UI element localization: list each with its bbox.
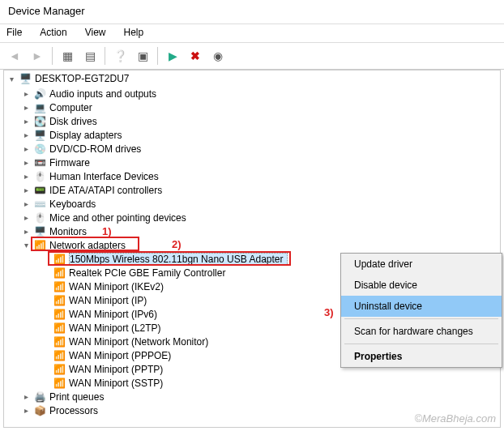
menubar: File Action View Help xyxy=(0,24,504,42)
expand-icon[interactable]: ▸ xyxy=(22,392,30,401)
expand-icon[interactable]: ▸ xyxy=(22,199,30,208)
cm-separator xyxy=(344,318,498,319)
watermark: ©MeraBheja.com xyxy=(414,412,496,425)
menu-help[interactable]: Help xyxy=(121,26,147,41)
device-label: WAN Miniport (IP) xyxy=(69,295,147,306)
category-audio[interactable]: ▸🔊Audio inputs and outputs xyxy=(20,87,500,100)
expand-icon[interactable]: ▸ xyxy=(22,130,30,139)
device-label: WAN Miniport (PPTP) xyxy=(69,364,163,375)
cm-properties[interactable]: Properties xyxy=(341,346,502,367)
firmware-icon: 📼 xyxy=(33,156,46,169)
expand-icon[interactable]: ▸ xyxy=(22,158,30,167)
display-icon: 🖥️ xyxy=(33,129,46,142)
print-icon: 🖨️ xyxy=(33,390,46,403)
forward-button: ► xyxy=(28,46,47,66)
expand-icon[interactable]: ▸ xyxy=(22,227,30,236)
title-text: Device Manager xyxy=(8,5,85,17)
scan-button[interactable]: ▣ xyxy=(133,46,152,66)
audio-icon: 🔊 xyxy=(33,87,46,100)
expand-icon[interactable]: ▸ xyxy=(22,213,30,222)
cm-update-driver[interactable]: Update driver xyxy=(341,254,502,275)
cm-separator xyxy=(344,344,498,344)
category-label: Audio inputs and outputs xyxy=(49,88,156,100)
monitor-icon: 🖥️ xyxy=(33,225,46,238)
hid-icon: 🖱️ xyxy=(33,170,46,183)
category-keyboard[interactable]: ▸⌨️Keyboards xyxy=(20,197,500,211)
context-menu: Update driver Disable device Uninstall d… xyxy=(340,253,502,368)
network-adapter-icon: 📶 xyxy=(53,377,66,390)
network-adapter-icon: 📶 xyxy=(53,267,66,280)
menu-action[interactable]: Action xyxy=(36,26,70,41)
category-disk[interactable]: ▸💽Disk drives xyxy=(20,114,500,128)
disk-icon: 💽 xyxy=(33,115,46,128)
category-firmware[interactable]: ▸📼Firmware xyxy=(20,156,500,169)
back-button: ◄ xyxy=(5,46,24,66)
network-adapter-icon: 📶 xyxy=(53,253,66,266)
enable-icon[interactable]: ◉ xyxy=(208,46,228,66)
update-driver-icon[interactable]: ▶ xyxy=(163,46,182,66)
menu-file[interactable]: File xyxy=(3,26,25,41)
category-display[interactable]: ▸🖥️Display adapters xyxy=(20,128,500,142)
collapse-icon[interactable]: ▾ xyxy=(22,241,30,250)
device-label: WAN Miniport (Network Monitor) xyxy=(69,336,208,348)
network-adapter-icon: 📶 xyxy=(53,322,66,335)
category-hid[interactable]: ▸🖱️Human Interface Devices xyxy=(20,169,500,183)
expand-icon[interactable]: ▸ xyxy=(22,117,30,126)
uninstall-icon[interactable]: ✖ xyxy=(186,46,205,66)
window-title: Device Manager xyxy=(0,0,504,24)
expand-icon[interactable]: ▸ xyxy=(22,89,30,98)
computer-icon: 🖥️ xyxy=(19,72,32,85)
category-label: DVD/CD-ROM drives xyxy=(49,143,141,155)
tree-root[interactable]: ▾ 🖥️ DESKTOP-EGT2DU7 xyxy=(4,70,500,87)
device-label: WAN Miniport (PPPOE) xyxy=(69,350,171,361)
network-adapter-icon: 📶 xyxy=(53,280,66,293)
computer-icon: 💻 xyxy=(33,101,46,114)
cm-uninstall-device[interactable]: Uninstall device xyxy=(341,296,502,317)
annotation-1: 1) xyxy=(102,225,112,237)
network-device[interactable]: 📶WAN Miniport (SSTP) xyxy=(51,376,500,390)
cm-scan-hardware[interactable]: Scan for hardware changes xyxy=(341,321,502,342)
category-label: Monitors xyxy=(49,226,87,237)
collapse-icon[interactable]: ▾ xyxy=(7,75,15,83)
category-label: Print queues xyxy=(49,391,104,403)
properties-button[interactable]: ▤ xyxy=(80,46,100,66)
device-label: Realtek PCIe GBE Family Controller xyxy=(69,267,225,279)
annotation-3: 3) xyxy=(324,306,334,318)
keyboard-icon: ⌨️ xyxy=(33,198,46,211)
category-monitor[interactable]: ▸🖥️Monitors xyxy=(20,224,500,238)
help-button[interactable]: ❔ xyxy=(110,46,130,66)
cm-disable-device[interactable]: Disable device xyxy=(341,275,502,296)
category-label: Network adapters xyxy=(49,240,126,251)
category-ide[interactable]: ▸📟IDE ATA/ATAPI controllers xyxy=(20,183,500,197)
network-icon: 📶 xyxy=(33,239,46,252)
ide-icon: 📟 xyxy=(33,184,46,197)
category-dvd[interactable]: ▸💿DVD/CD-ROM drives xyxy=(20,142,500,156)
category-label: Display adapters xyxy=(49,130,122,141)
expand-icon[interactable]: ▸ xyxy=(22,144,30,153)
toolbar: ◄ ► ▦ ▤ ❔ ▣ ▶ ✖ ◉ xyxy=(0,42,504,70)
device-label: WAN Miniport (IPv6) xyxy=(69,309,157,320)
root-label: DESKTOP-EGT2DU7 xyxy=(35,73,129,84)
expand-icon[interactable]: ▸ xyxy=(22,172,30,181)
category-mouse[interactable]: ▸🖱️Mice and other pointing devices xyxy=(20,211,500,224)
network-adapter-icon: 📶 xyxy=(53,349,66,362)
category-label: Mice and other pointing devices xyxy=(49,212,186,224)
category-network[interactable]: ▾📶Network adapters xyxy=(20,238,500,252)
category-label: Keyboards xyxy=(49,198,96,210)
menu-view[interactable]: View xyxy=(82,26,109,41)
category-label: Human Interface Devices xyxy=(49,171,159,182)
network-adapter-icon: 📶 xyxy=(53,294,66,307)
expand-icon[interactable]: ▸ xyxy=(22,406,30,415)
category-print[interactable]: ▸🖨️Print queues xyxy=(20,390,500,403)
device-label: WAN Miniport (L2TP) xyxy=(69,322,161,334)
expand-icon[interactable]: ▸ xyxy=(22,103,30,112)
category-label: Disk drives xyxy=(49,116,97,127)
category-computer[interactable]: ▸💻Computer xyxy=(20,100,500,114)
category-label: IDE ATA/ATAPI controllers xyxy=(49,185,162,196)
show-hidden-button[interactable]: ▦ xyxy=(58,46,77,66)
device-tree[interactable]: ▾ 🖥️ DESKTOP-EGT2DU7 ▸🔊Audio inputs and … xyxy=(3,70,501,428)
device-label: 150Mbps Wireless 802.11bgn Nano USB Adap… xyxy=(69,253,288,266)
expand-icon[interactable]: ▸ xyxy=(22,186,30,194)
network-adapter-icon: 📶 xyxy=(53,363,66,376)
device-manager-window: Device Manager File Action View Help ◄ ►… xyxy=(0,0,504,431)
